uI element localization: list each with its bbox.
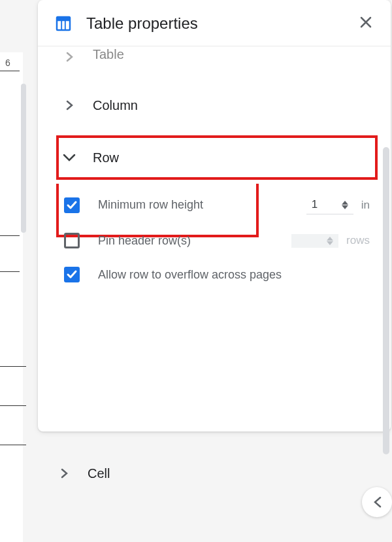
section-table-label: Table (93, 47, 124, 62)
stepper-disabled (327, 237, 333, 245)
ruler-tick (0, 405, 26, 406)
min-row-height-checkbox[interactable] (64, 197, 80, 213)
section-cell[interactable]: Cell (38, 451, 391, 496)
ruler-tick (0, 235, 20, 236)
chevron-right-icon (61, 49, 77, 65)
table-icon (54, 14, 73, 33)
table-properties-panel: Table properties Table Column Row (38, 0, 391, 432)
check-icon (66, 269, 78, 280)
chevron-down-icon (61, 150, 77, 165)
min-row-height-value: 1 (312, 198, 318, 211)
overflow-checkbox[interactable] (64, 267, 80, 282)
ruler-tick (0, 445, 26, 445)
overflow-label: Allow row to overflow across pages (98, 268, 282, 282)
chevron-right-icon (56, 466, 72, 481)
ruler-tick (0, 366, 26, 367)
pin-header-checkbox[interactable] (64, 233, 80, 248)
svg-rect-2 (62, 21, 65, 29)
pin-header-unit: rows (346, 234, 370, 247)
stepper-down-icon (342, 205, 348, 209)
pin-header-label: Pin header row(s) (98, 234, 191, 248)
option-pin-header: Pin header row(s) rows (56, 224, 378, 258)
panel-body: Table Column Row Minimum row height (38, 46, 391, 426)
chevron-right-icon (61, 97, 77, 113)
min-row-height-label: Minimum row height (98, 198, 203, 212)
chevron-left-icon (372, 496, 382, 508)
scrollbar-left[interactable] (21, 84, 26, 233)
min-row-height-unit: in (361, 199, 370, 212)
stepper-up-icon (342, 201, 348, 205)
stepper-down-icon (327, 241, 333, 245)
ruler-mark: 6 (5, 58, 10, 68)
section-cell-label: Cell (88, 466, 110, 481)
min-row-height-input[interactable]: 1 (306, 195, 353, 214)
section-table[interactable]: Table (56, 46, 378, 83)
svg-rect-3 (66, 21, 69, 29)
section-column[interactable]: Column (56, 83, 378, 127)
close-icon (359, 16, 372, 29)
panel-header: Table properties (38, 0, 391, 46)
pin-header-input (291, 234, 338, 248)
stepper[interactable] (342, 201, 348, 209)
section-column-label: Column (93, 98, 138, 113)
section-row-label: Row (93, 150, 119, 165)
floating-action-button[interactable] (362, 487, 392, 517)
ruler (0, 52, 23, 542)
section-row[interactable]: Row (56, 135, 378, 180)
row-options: Minimum row height 1 in (56, 180, 378, 298)
option-overflow: Allow row to overflow across pages (56, 258, 378, 292)
ruler-tick (0, 71, 20, 71)
close-button[interactable] (357, 13, 375, 34)
scrollbar-right[interactable] (383, 147, 389, 454)
option-min-row-height: Minimum row height 1 in (56, 186, 378, 224)
ruler-tick (0, 271, 20, 272)
stepper-up-icon (327, 237, 333, 241)
panel-title: Table properties (86, 14, 357, 33)
check-icon (66, 199, 78, 211)
svg-rect-1 (57, 21, 61, 29)
